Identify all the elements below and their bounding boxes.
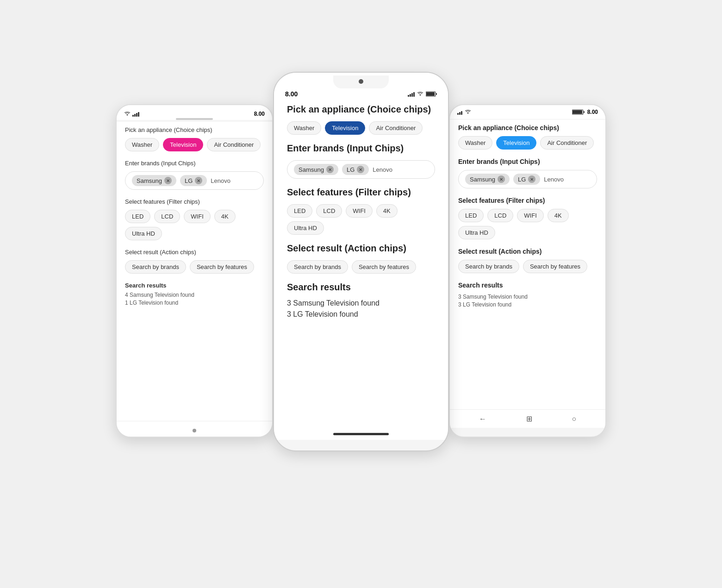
right-section1-title: Pick an appliance (Choice chips) xyxy=(458,124,597,131)
center-section3: Select features (Filter chips) LED LCD W… xyxy=(287,187,435,235)
left-chip-ac[interactable]: Air Conditioner xyxy=(207,138,261,151)
center-input-chips[interactable]: Samsung ✕ LG ✕ Lenovo xyxy=(287,160,435,179)
left-feature-lcd[interactable]: LCD xyxy=(154,210,180,223)
right-wifi-icon xyxy=(465,110,471,114)
right-chip-television[interactable]: Television xyxy=(496,136,536,150)
left-feature-4k[interactable]: 4K xyxy=(214,210,236,223)
right-brand-samsung[interactable]: Samsung ✕ xyxy=(465,174,510,185)
svg-marker-0 xyxy=(126,114,128,116)
left-feature-wifi[interactable]: WIFI xyxy=(184,210,210,223)
center-feature-wifi[interactable]: WIFI xyxy=(346,204,372,218)
center-action-features[interactable]: Search by features xyxy=(352,260,416,274)
svg-marker-1 xyxy=(419,94,421,96)
left-section4-title: Select result (Action chips) xyxy=(125,249,264,256)
left-choice-chips: Washer Television Air Conditioner xyxy=(125,138,264,151)
center-battery-icon xyxy=(426,91,437,97)
right-nav-home[interactable]: ⊞ xyxy=(526,414,532,423)
left-feature-uhd[interactable]: Ultra HD xyxy=(125,227,162,240)
right-section1: Pick an appliance (Choice chips) Washer … xyxy=(458,124,597,150)
right-input-chips[interactable]: Samsung ✕ LG ✕ Lenovo xyxy=(458,170,597,188)
svg-rect-3 xyxy=(426,92,435,96)
left-section2: Enter brands (Input Chips) Samsung ✕ LG … xyxy=(125,160,264,190)
left-home-dot xyxy=(193,429,196,432)
left-section2-title: Enter brands (Input Chips) xyxy=(125,160,264,167)
center-feature-4k[interactable]: 4K xyxy=(376,204,398,218)
center-section3-title: Select features (Filter chips) xyxy=(287,187,435,198)
center-brand-lg[interactable]: LG ✕ xyxy=(342,164,369,175)
center-chip-ac[interactable]: Air Conditioner xyxy=(369,121,423,135)
right-result2: 3 LG Television found xyxy=(458,301,597,308)
center-feature-led[interactable]: LED xyxy=(287,204,312,218)
right-samsung-close[interactable]: ✕ xyxy=(498,175,505,183)
phone-center: 8.00 xyxy=(273,72,449,451)
right-action-chips: Search by brands Search by features xyxy=(458,260,597,273)
center-feature-lcd[interactable]: LCD xyxy=(316,204,342,218)
center-chip-television[interactable]: Television xyxy=(325,121,365,135)
phone-right: 8.00 Pick an appliance (Choice chips) Wa… xyxy=(449,104,606,438)
center-samsung-close[interactable]: ✕ xyxy=(326,166,334,173)
center-filter-chips: LED LCD WIFI 4K Ultra HD xyxy=(287,204,435,235)
left-action-features[interactable]: Search by features xyxy=(190,260,254,274)
svg-rect-4 xyxy=(436,93,437,95)
center-section1-title: Pick an appliance (Choice chips) xyxy=(287,104,435,115)
right-feature-lcd[interactable]: LCD xyxy=(487,209,513,222)
right-chip-washer[interactable]: Washer xyxy=(458,136,492,150)
svg-marker-5 xyxy=(467,113,469,114)
center-feature-uhd[interactable]: Ultra HD xyxy=(287,221,324,235)
center-brand-samsung[interactable]: Samsung ✕ xyxy=(294,164,338,175)
center-status-time: 8.00 xyxy=(285,90,298,98)
right-section3: Select features (Filter chips) LED LCD W… xyxy=(458,197,597,239)
left-chip-washer[interactable]: Washer xyxy=(125,138,159,151)
right-lg-close[interactable]: ✕ xyxy=(528,175,535,183)
center-chip-washer[interactable]: Washer xyxy=(287,121,321,135)
left-status-icons xyxy=(124,111,139,117)
center-notch xyxy=(333,75,389,88)
center-camera xyxy=(359,79,363,84)
left-lg-close[interactable]: ✕ xyxy=(195,177,202,184)
right-nav-search[interactable]: ○ xyxy=(572,415,576,423)
left-nav-bar xyxy=(117,421,272,438)
right-feature-uhd[interactable]: Ultra HD xyxy=(458,226,495,239)
left-action-brands[interactable]: Search by brands xyxy=(125,260,186,274)
left-feature-led[interactable]: LED xyxy=(125,210,150,223)
center-section1: Pick an appliance (Choice chips) Washer … xyxy=(287,104,435,135)
left-result2: 1 LG Television found xyxy=(125,300,264,306)
left-brand-input[interactable]: Lenovo xyxy=(211,177,230,184)
center-home-bar xyxy=(333,433,389,435)
left-samsung-close[interactable]: ✕ xyxy=(164,177,172,184)
right-action-brands[interactable]: Search by brands xyxy=(458,260,519,273)
center-section4-title: Select result (Action chips) xyxy=(287,243,435,254)
center-section2-title: Enter brands (Input Chips) xyxy=(287,143,435,154)
scene: 8.00 Pick an appliance (Choice chips) Wa… xyxy=(106,58,616,530)
right-signal xyxy=(457,109,462,115)
right-feature-wifi[interactable]: WIFI xyxy=(517,209,543,222)
center-status-icons xyxy=(408,91,437,97)
wifi-icon xyxy=(124,112,131,116)
right-action-features[interactable]: Search by features xyxy=(523,260,587,273)
right-bottom-nav: ← ⊞ ○ xyxy=(450,409,605,428)
left-brand-samsung[interactable]: Samsung ✕ xyxy=(132,175,176,186)
right-status-icons-left xyxy=(457,109,471,115)
center-home-indicator xyxy=(274,427,448,440)
left-status-time: 8.00 xyxy=(254,111,265,117)
svg-rect-7 xyxy=(573,110,582,114)
right-brand-input[interactable]: Lenovo xyxy=(544,176,564,183)
left-section4: Select result (Action chips) Search by b… xyxy=(125,249,264,274)
center-action-brands[interactable]: Search by brands xyxy=(287,260,348,274)
left-brand-lg[interactable]: LG ✕ xyxy=(180,175,207,186)
right-feature-led[interactable]: LED xyxy=(458,209,484,222)
right-nav-back[interactable]: ← xyxy=(479,415,486,423)
center-signal xyxy=(408,91,415,97)
center-lg-close[interactable]: ✕ xyxy=(357,166,364,173)
right-brand-lg[interactable]: LG ✕ xyxy=(513,174,540,185)
right-result1: 3 Samsung Television found xyxy=(458,294,597,300)
right-feature-4k[interactable]: 4K xyxy=(548,209,569,222)
right-chip-ac[interactable]: Air Conditioner xyxy=(540,136,594,150)
center-brand-input[interactable]: Lenovo xyxy=(373,166,392,173)
left-input-chips[interactable]: Samsung ✕ LG ✕ Lenovo xyxy=(125,171,264,190)
right-status-icons-right: 8.00 xyxy=(572,109,598,115)
right-battery-icon xyxy=(572,109,585,115)
left-chip-television[interactable]: Television xyxy=(163,138,203,151)
left-results-title: Search results xyxy=(125,282,264,289)
right-results: Search results 3 Samsung Television foun… xyxy=(458,281,597,308)
